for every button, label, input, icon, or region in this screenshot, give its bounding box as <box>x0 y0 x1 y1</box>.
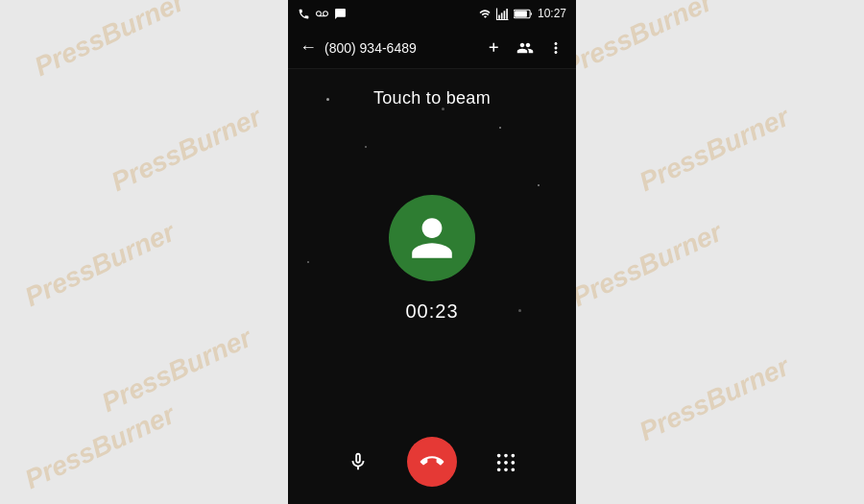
svg-rect-5 <box>515 11 527 16</box>
keypad-button[interactable] <box>495 451 516 472</box>
call-controls <box>288 427 576 504</box>
svg-rect-2 <box>504 11 506 19</box>
dialpad-icon <box>495 451 516 472</box>
status-bar: 10:27 <box>288 0 576 27</box>
avatar-circle <box>389 195 475 281</box>
contacts-icon[interactable] <box>516 39 534 57</box>
add-call-icon[interactable] <box>486 39 503 57</box>
message-status-icon <box>334 8 347 20</box>
wifi-icon <box>479 8 492 20</box>
call-bar-actions <box>486 39 564 57</box>
end-call-icon <box>416 445 448 478</box>
more-options-icon[interactable] <box>547 39 564 57</box>
mute-button[interactable] <box>348 451 369 472</box>
back-button[interactable]: ← <box>300 37 317 58</box>
call-bar: ← (800) 934-6489 <box>288 27 576 69</box>
call-main-area: Touch to beam 00:23 <box>288 69 576 427</box>
phone-status-icon <box>298 8 310 20</box>
svg-rect-3 <box>506 9 508 19</box>
signal-icon <box>496 8 509 20</box>
svg-rect-0 <box>498 14 500 18</box>
avatar-person-icon <box>407 213 457 263</box>
battery-icon <box>514 8 533 20</box>
svg-rect-1 <box>501 12 503 19</box>
avatar-area: 00:23 <box>389 89 475 427</box>
status-time: 10:27 <box>538 7 566 20</box>
phone-frame: 10:27 ← (800) 934-6489 <box>288 0 576 504</box>
microphone-icon <box>348 451 369 472</box>
call-timer: 00:23 <box>405 300 458 323</box>
voicemail-status-icon <box>316 8 328 20</box>
phone-number: (800) 934-6489 <box>324 40 486 56</box>
status-bar-left-icons <box>298 8 347 20</box>
status-bar-right: 10:27 <box>479 7 566 20</box>
end-call-button[interactable] <box>407 437 457 487</box>
